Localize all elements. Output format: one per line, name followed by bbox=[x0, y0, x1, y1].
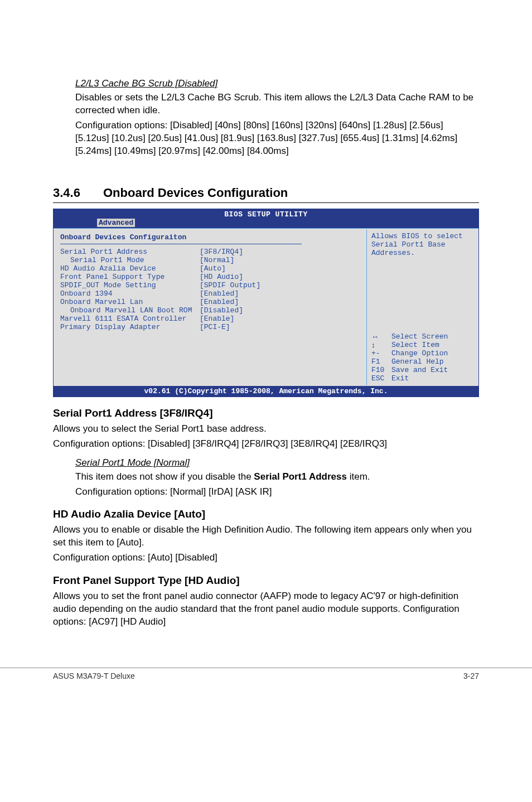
bios-nav-key: F1 bbox=[371, 357, 391, 366]
bios-setting-value: [Enable] bbox=[200, 315, 234, 323]
bios-left-panel: Onboard Devices Configuraiton Serial Por… bbox=[54, 229, 367, 386]
bios-setting-row: Primary Display Adapter[PCI-E] bbox=[60, 323, 362, 331]
bios-setting-label: Onboard Marvell Lan bbox=[60, 298, 200, 306]
bios-nav-key: ↕ bbox=[371, 341, 391, 349]
bios-setting-row: Onboard Marvell LAN Boot ROM[Disabled] bbox=[60, 306, 362, 315]
bios-setting-row: Marvell 6111 ESATA Controller[Enable] bbox=[60, 315, 362, 323]
hd-audio-heading: HD Audio Azalia Device [Auto] bbox=[53, 508, 479, 520]
bios-nav-row: ↕Select Item bbox=[371, 341, 474, 349]
bios-setting-row: Onboard Marvell Lan[Enabled] bbox=[60, 298, 362, 306]
section-title: Onboard Devices Configuration bbox=[103, 186, 288, 200]
front-panel-heading: Front Panel Support Type [HD Audio] bbox=[53, 574, 479, 587]
bios-setting-value: [Normal] bbox=[200, 256, 234, 264]
bios-panel-title: Onboard Devices Configuraiton bbox=[60, 233, 362, 241]
bios-setting-value: [HD Audio] bbox=[200, 273, 243, 281]
bios-setting-label: Marvell 6111 ESATA Controller bbox=[60, 315, 200, 323]
l2l3-sub-heading: L2/L3 Cache BG Scrub [Disabled] bbox=[75, 78, 479, 89]
bios-nav-label: Save and Exit bbox=[391, 366, 448, 374]
page-footer: ASUS M3A79-T Deluxe 3-27 bbox=[0, 668, 532, 689]
bios-setting-value: [Auto] bbox=[200, 264, 226, 273]
section-num: 3.4.6 bbox=[53, 186, 103, 200]
bios-nav-label: Select Item bbox=[391, 341, 439, 349]
footer-right: 3-27 bbox=[463, 671, 479, 680]
bios-setting-value: [PCI-E] bbox=[200, 323, 230, 331]
l2l3-desc: Disables or sets the L2/L3 Cache BG Scru… bbox=[75, 91, 479, 117]
bios-nav-row: ↔Select Screen bbox=[371, 332, 474, 341]
bios-setting-row: Serial Port1 Address[3F8/IRQ4] bbox=[60, 248, 362, 256]
bios-nav-key: ↔ bbox=[371, 332, 391, 341]
bios-nav-label: Exit bbox=[391, 374, 409, 383]
front-panel-desc: Allows you to set the front panel audio … bbox=[53, 590, 479, 629]
bios-nav-key: +- bbox=[371, 349, 391, 357]
bios-nav-row: F10Save and Exit bbox=[371, 366, 474, 374]
hd-audio-desc: Allows you to enable or disable the High… bbox=[53, 524, 479, 549]
bios-setting-row: Front Panel Support Type[HD Audio] bbox=[60, 273, 362, 281]
bios-tab-advanced: Advanced bbox=[97, 219, 135, 227]
bios-title: BIOS SETUP UTILITY bbox=[54, 209, 478, 219]
serial-port1-mode-heading: Serial Port1 Mode [Normal] bbox=[75, 457, 479, 468]
bios-screenshot: BIOS SETUP UTILITY Advanced Onboard Devi… bbox=[53, 209, 479, 397]
footer-left: ASUS M3A79-T Deluxe bbox=[53, 671, 135, 680]
bios-setting-value: [Disabled] bbox=[200, 306, 243, 315]
bios-setting-value: [Enabled] bbox=[200, 298, 239, 306]
serial-port1-options: Configuration options: [Disabled] [3F8/I… bbox=[53, 438, 479, 451]
bios-nav-label: Change Option bbox=[391, 349, 448, 357]
bios-setting-label: Front Panel Support Type bbox=[60, 273, 200, 281]
hd-audio-options: Configuration options: [Auto] [Disabled] bbox=[53, 552, 479, 564]
serial-port1-mode-desc: This item does not show if you disable t… bbox=[75, 471, 479, 484]
bios-setting-value: [3F8/IRQ4] bbox=[200, 248, 243, 256]
bios-setting-label: Serial Port1 Mode bbox=[60, 256, 200, 264]
bios-setting-row: HD Audio Azalia Device[Auto] bbox=[60, 264, 362, 273]
section-346-heading: 3.4.6Onboard Devices Configuration bbox=[53, 186, 479, 203]
bios-tabs: Advanced bbox=[54, 219, 478, 228]
serial-port1-heading: Serial Port1 Address [3F8/IRQ4] bbox=[53, 407, 479, 419]
l2l3-options: Configuration options: [Disabled] [40ns]… bbox=[75, 119, 479, 158]
bios-right-panel: Allows BIOS to select Serial Port1 Base … bbox=[367, 229, 478, 386]
bios-setting-label: Onboard Marvell LAN Boot ROM bbox=[60, 306, 200, 315]
bios-nav-label: General Help bbox=[391, 357, 444, 366]
bios-nav-row: F1General Help bbox=[371, 357, 474, 366]
bios-setting-label: Serial Port1 Address bbox=[60, 248, 200, 256]
bios-footer: v02.61 (C)Copyright 1985-2008, American … bbox=[54, 386, 478, 397]
bios-setting-row: Serial Port1 Mode[Normal] bbox=[60, 256, 362, 264]
bios-setting-value: [Enabled] bbox=[200, 289, 239, 298]
bios-setting-label: HD Audio Azalia Device bbox=[60, 264, 200, 273]
bios-setting-value: [SPDIF Output] bbox=[200, 281, 260, 289]
bios-setting-label: Primary Display Adapter bbox=[60, 323, 200, 331]
bios-nav-row: +-Change Option bbox=[371, 349, 474, 357]
serial-port1-mode-options: Configuration options: [Normal] [IrDA] [… bbox=[75, 486, 479, 499]
bios-setting-row: Onboard 1394[Enabled] bbox=[60, 289, 362, 298]
bios-setting-label: SPDIF_OUT Mode Setting bbox=[60, 281, 200, 289]
bios-nav-key: F10 bbox=[371, 366, 391, 374]
bios-nav-label: Select Screen bbox=[391, 332, 448, 341]
serial-port1-desc: Allows you to select the Serial Port1 ba… bbox=[53, 423, 479, 436]
bios-nav-key: ESC bbox=[371, 374, 391, 383]
bios-divider bbox=[60, 244, 302, 244]
bios-setting-row: SPDIF_OUT Mode Setting[SPDIF Output] bbox=[60, 281, 362, 289]
bios-nav-row: ESCExit bbox=[371, 374, 474, 383]
bios-setting-label: Onboard 1394 bbox=[60, 289, 200, 298]
bios-help-text: Allows BIOS to select Serial Port1 Base … bbox=[371, 232, 474, 332]
